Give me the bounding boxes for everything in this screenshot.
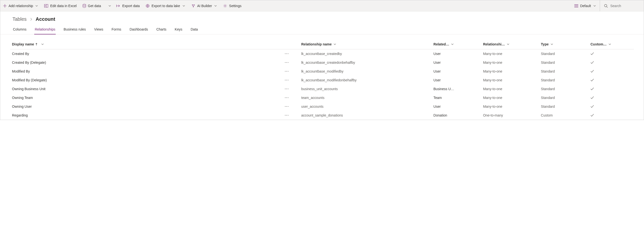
list-view-icon: [574, 4, 578, 7]
cell-display-name: Modified By (Delegate): [10, 76, 274, 84]
tab-keys[interactable]: Keys: [174, 25, 183, 34]
tab-views[interactable]: Views: [94, 25, 104, 34]
column-header-relationship-type[interactable]: Relationshi…: [483, 42, 537, 46]
edit-data-in-excel-button[interactable]: Edit data in Excel: [41, 0, 80, 11]
cell-relationship-type: Many-to-one: [481, 49, 539, 58]
cell-relationship-name: business_unit_accounts: [300, 84, 432, 93]
cell-type: Standard: [539, 76, 588, 84]
cell-customizable: [588, 93, 634, 102]
more-actions-icon[interactable]: ···: [285, 52, 289, 56]
tab-relationships[interactable]: Relationships: [34, 25, 56, 34]
more-actions-icon[interactable]: ···: [285, 60, 289, 64]
check-icon: [590, 52, 632, 55]
cell-display-name: Owning Business Unit: [10, 84, 274, 93]
cell-relationship-name: lk_accountbase_modifiedonbehalfby: [300, 76, 432, 84]
search-input[interactable]: [610, 4, 640, 8]
table-row[interactable]: Modified By···lk_accountbase_modifiedbyU…: [10, 67, 634, 76]
table-row[interactable]: Owning User···user_accountsUserMany-to-o…: [10, 102, 634, 111]
cell-display-name: Regarding: [10, 111, 274, 120]
chevron-down-icon: [214, 5, 217, 6]
cell-relationship-name: lk_accountbase_createdby: [300, 49, 432, 58]
breadcrumb-parent[interactable]: Tables: [12, 16, 27, 22]
svg-point-2: [83, 4, 86, 5]
column-header-display-name[interactable]: Display name: [12, 42, 272, 46]
add-relationship-label: Add relationship: [8, 4, 33, 8]
data-lake-icon: [146, 4, 150, 8]
export-to-data-lake-button[interactable]: Export to data lake: [143, 0, 188, 11]
relationships-table: Display name Relationship name: [10, 39, 634, 120]
chevron-down-icon: [41, 44, 44, 45]
ai-builder-button[interactable]: AI Builder: [188, 0, 220, 11]
cell-related: User: [432, 102, 481, 111]
view-label: Default: [580, 4, 591, 8]
tab-business-rules[interactable]: Business rules: [63, 25, 86, 34]
cell-type: Standard: [539, 84, 588, 93]
table-row[interactable]: Owning Business Unit···business_unit_acc…: [10, 84, 634, 93]
cell-customizable: [588, 49, 634, 58]
get-data-button[interactable]: Get data: [80, 0, 104, 11]
cell-type: Standard: [539, 58, 588, 67]
table-row[interactable]: Regarding···account_sample_donationsDona…: [10, 111, 634, 120]
cell-customizable: [588, 102, 634, 111]
svg-rect-1: [47, 4, 48, 7]
cell-relationship-name: account_sample_donations: [300, 111, 432, 120]
check-icon: [590, 105, 632, 108]
more-actions-icon[interactable]: ···: [285, 96, 289, 100]
get-data-chevron[interactable]: [106, 0, 114, 11]
chevron-right-icon: [30, 18, 32, 21]
svg-point-8: [604, 4, 607, 7]
tab-data[interactable]: Data: [190, 25, 198, 34]
svg-point-7: [224, 5, 226, 6]
ai-builder-label: AI Builder: [197, 4, 212, 8]
cell-related: User: [432, 58, 481, 67]
export-data-lake-label: Export to data lake: [152, 4, 180, 8]
chevron-down-icon: [35, 5, 38, 6]
cell-display-name: Created By: [10, 49, 274, 58]
column-header-type[interactable]: Type: [541, 42, 586, 46]
cell-display-name: Owning User: [10, 102, 274, 111]
export-icon: [116, 4, 120, 8]
cell-type: Standard: [539, 102, 588, 111]
settings-button[interactable]: Settings: [220, 0, 244, 11]
column-header-customizable[interactable]: Custom…: [590, 42, 632, 46]
view-switcher[interactable]: Default: [571, 0, 600, 11]
more-actions-icon[interactable]: ···: [285, 70, 289, 73]
cell-relationship-type: Many-to-one: [481, 84, 539, 93]
more-actions-icon[interactable]: ···: [285, 87, 289, 91]
cell-type: Standard: [539, 49, 588, 58]
cell-relationship-type: Many-to-one: [481, 76, 539, 84]
chevron-down-icon: [451, 44, 454, 45]
cell-related: Donation: [432, 111, 481, 120]
cell-type: Standard: [539, 93, 588, 102]
table-row[interactable]: Modified By (Delegate)···lk_accountbase_…: [10, 76, 634, 84]
tabs: ColumnsRelationshipsBusiness rulesViewsF…: [0, 25, 644, 34]
cell-display-name: Owning Team: [10, 93, 274, 102]
check-icon: [590, 61, 632, 64]
column-header-relationship-name[interactable]: Relationship name: [301, 42, 430, 46]
cell-type: Custom: [539, 111, 588, 120]
tab-forms[interactable]: Forms: [111, 25, 122, 34]
check-icon: [590, 79, 632, 82]
column-header-related[interactable]: Related…: [434, 42, 479, 46]
cell-related: Team: [432, 93, 481, 102]
more-actions-icon[interactable]: ···: [285, 78, 289, 82]
cell-relationship-type: Many-to-one: [481, 67, 539, 76]
export-data-button[interactable]: Export data: [114, 0, 143, 11]
tab-dashboards[interactable]: Dashboards: [129, 25, 148, 34]
table-row[interactable]: Created By (Delegate)···lk_accountbase_c…: [10, 58, 634, 67]
add-relationship-button[interactable]: Add relationship: [0, 0, 41, 11]
tab-columns[interactable]: Columns: [12, 25, 27, 34]
table-row[interactable]: Owning Team···team_accountsTeamMany-to-o…: [10, 93, 634, 102]
more-actions-icon[interactable]: ···: [285, 104, 289, 108]
breadcrumb: Tables Account: [0, 12, 644, 25]
more-actions-icon[interactable]: ···: [285, 113, 289, 117]
command-bar: Add relationship Edit data in Excel Get …: [0, 0, 644, 12]
tab-charts[interactable]: Charts: [156, 25, 167, 34]
table-row[interactable]: Created By···lk_accountbase_createdbyUse…: [10, 49, 634, 58]
search-box[interactable]: [600, 0, 644, 11]
cell-related: User: [432, 67, 481, 76]
chevron-down-icon: [593, 5, 596, 6]
check-icon: [590, 88, 632, 90]
cell-relationship-name: team_accounts: [300, 93, 432, 102]
breadcrumb-current: Account: [36, 16, 55, 22]
